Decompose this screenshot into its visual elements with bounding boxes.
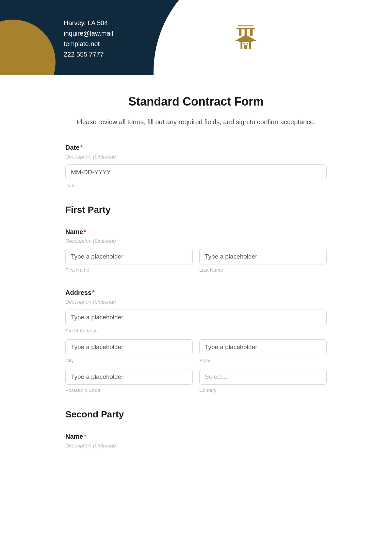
company-logo-icon [230, 23, 263, 56]
header-contact-block: Harvey, LA 504 inquire@law.mail template… [64, 18, 113, 59]
country-sublabel: Country [199, 387, 327, 393]
first-party-name-label: Name* [65, 228, 327, 236]
svg-rect-1 [237, 28, 255, 29]
svg-rect-7 [240, 42, 242, 49]
page-intro: Please review all terms, fill out any re… [65, 118, 327, 126]
state-input[interactable] [199, 339, 327, 355]
second-party-name-label-text: Name [65, 433, 83, 440]
svg-rect-4 [250, 29, 253, 36]
date-field-block: Date* Description (Optional) Date [65, 144, 327, 188]
first-party-name-description: Description (Optional) [65, 238, 327, 244]
address-label-text: Address [65, 289, 91, 296]
svg-rect-8 [249, 42, 251, 49]
first-party-address-block: Address* Description (Optional) Street A… [65, 289, 327, 393]
state-sublabel: State [199, 358, 327, 363]
date-label: Date* [65, 144, 327, 151]
address-label: Address* [65, 289, 327, 296]
city-sublabel: City [65, 358, 193, 363]
postal-input[interactable] [65, 369, 193, 385]
document-header: Harvey, LA 504 inquire@law.mail template… [0, 0, 392, 75]
svg-rect-9 [243, 43, 245, 44]
country-select[interactable] [199, 369, 327, 385]
svg-rect-0 [238, 25, 254, 26]
date-sublabel: Date [65, 183, 327, 188]
second-party-name-label: Name* [65, 433, 327, 440]
last-name-input[interactable] [199, 249, 327, 264]
header-phone-line: 222 555 7777 [64, 49, 113, 59]
date-input[interactable] [65, 164, 327, 180]
header-white-curve [154, 0, 382, 75]
street-address-sublabel: Street Address [65, 328, 327, 333]
required-marker: * [84, 433, 86, 440]
first-party-name-label-text: Name [65, 228, 83, 235]
address-description: Description (Optional) [65, 299, 327, 305]
header-email-line: inquire@law.mail [64, 28, 113, 39]
postal-sublabel: Postal/Zip Code [65, 387, 193, 393]
page-title: Standard Contract Form [65, 95, 327, 109]
second-party-heading: Second Party [65, 409, 327, 420]
first-name-input[interactable] [65, 249, 193, 264]
form-body: Standard Contract Form Please review all… [62, 95, 330, 478]
last-name-sublabel: Last Name [199, 267, 327, 273]
first-name-sublabel: First Name [65, 267, 193, 273]
city-input[interactable] [65, 339, 193, 355]
second-party-name-description: Description (Optional) [65, 443, 327, 449]
first-party-heading: First Party [65, 205, 327, 215]
header-website-line: template.net [64, 39, 113, 49]
first-party-name-block: Name* Description (Optional) First Name … [65, 228, 327, 273]
required-marker: * [80, 144, 83, 151]
svg-marker-5 [235, 35, 257, 41]
svg-rect-10 [247, 43, 248, 44]
required-marker: * [92, 289, 95, 296]
second-party-name-block: Name* Description (Optional) [65, 433, 327, 449]
date-description: Description (Optional) [65, 154, 327, 160]
date-label-text: Date [65, 144, 79, 151]
svg-rect-2 [239, 29, 242, 36]
svg-rect-11 [244, 45, 248, 49]
svg-rect-6 [239, 41, 253, 42]
street-address-input[interactable] [65, 310, 327, 325]
required-marker: * [84, 228, 86, 235]
header-address-line: Harvey, LA 504 [64, 18, 113, 28]
